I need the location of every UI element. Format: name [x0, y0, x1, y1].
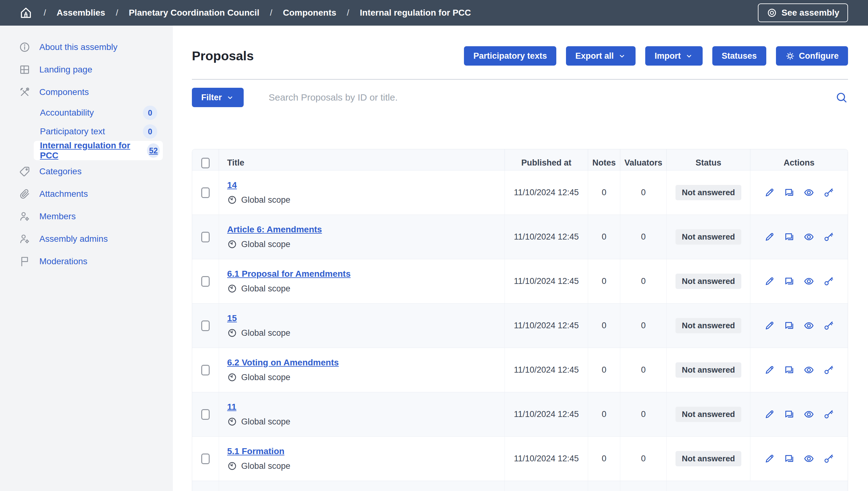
proposal-title-link[interactable]: 14: [227, 180, 237, 190]
count-badge: 0: [143, 124, 157, 139]
sidebar-item[interactable]: Accountability 0: [0, 104, 173, 122]
toolbar-button[interactable]: Import: [645, 46, 703, 66]
breadcrumb: / Assemblies / Planetary Coordination Co…: [33, 8, 471, 18]
valuators-count: 0: [620, 304, 666, 348]
answer-icon[interactable]: [784, 320, 795, 331]
sidebar-item-label: Categories: [39, 167, 82, 176]
sidebar-item[interactable]: About this assembly: [0, 36, 173, 58]
breadcrumb-item[interactable]: Internal regulation for PCC: [360, 8, 471, 18]
row-actions: [750, 304, 848, 348]
answer-icon[interactable]: [784, 231, 795, 242]
preview-eye-icon[interactable]: [803, 409, 814, 420]
sidebar-item[interactable]: Landing page: [0, 58, 173, 81]
sidebar-item-label: Components: [39, 87, 89, 97]
row-checkbox[interactable]: [201, 276, 210, 287]
preview-eye-icon[interactable]: [803, 276, 814, 287]
proposal-title-link[interactable]: 6.2 Voting on Amendments: [227, 358, 339, 368]
notes-count: 0: [588, 259, 620, 303]
permissions-key-icon[interactable]: [823, 187, 834, 198]
toolbar-button[interactable]: Statuses: [712, 46, 766, 66]
breadcrumb-separator: /: [116, 8, 118, 18]
valuators-count: 0: [620, 259, 666, 303]
chevron-down-icon: [226, 93, 234, 102]
permissions-key-icon[interactable]: [823, 276, 834, 287]
row-checkbox[interactable]: [201, 454, 210, 464]
notes-count: 0: [588, 215, 620, 259]
breadcrumb-item[interactable]: Assemblies: [57, 8, 105, 18]
breadcrumb-item[interactable]: Components: [283, 8, 336, 18]
sidebar-item[interactable]: Members: [0, 205, 173, 228]
edit-icon[interactable]: [764, 231, 775, 242]
sidebar-item-label: Accountability: [40, 108, 94, 118]
row-checkbox[interactable]: [201, 232, 210, 242]
proposal-title-link[interactable]: 11: [227, 402, 237, 412]
search-button[interactable]: [835, 91, 848, 104]
edit-icon[interactable]: [764, 365, 775, 375]
edit-icon[interactable]: [764, 409, 775, 420]
row-checkbox[interactable]: [201, 365, 210, 375]
sidebar-item[interactable]: Participatory text 0: [0, 122, 173, 141]
proposal-title-link[interactable]: 15: [227, 313, 237, 323]
sidebar-item[interactable]: Internal regulation for PCC 52: [34, 141, 163, 160]
sidebar-item[interactable]: Categories: [0, 160, 173, 183]
preview-eye-icon[interactable]: [803, 187, 814, 198]
proposal-title-link[interactable]: 5.1 Formation: [227, 446, 284, 456]
home-icon[interactable]: [19, 6, 33, 20]
proposal-title-link[interactable]: 6.1 Proposal for Amendments: [227, 269, 351, 279]
permissions-key-icon[interactable]: [823, 365, 834, 375]
see-assembly-button[interactable]: See assembly: [758, 3, 848, 22]
scope-label: Global scope: [241, 239, 290, 249]
table-row: 6.1 Proposal for Amendments Global scope…: [192, 259, 848, 303]
search-icon: [835, 91, 848, 104]
search-input[interactable]: [269, 92, 835, 103]
row-actions: [750, 259, 848, 303]
edit-icon[interactable]: [764, 320, 775, 331]
published-at: 11/10/2024 12:45: [504, 348, 588, 392]
scope-label: Global scope: [241, 328, 290, 338]
published-at: [504, 481, 588, 491]
preview-eye-icon[interactable]: [803, 320, 814, 331]
select-all-checkbox[interactable]: [201, 158, 210, 168]
permissions-key-icon[interactable]: [823, 320, 834, 331]
preview-eye-icon[interactable]: [803, 453, 814, 464]
row-checkbox[interactable]: [201, 187, 210, 198]
sidebar-item-icon: [19, 86, 31, 98]
title-divider: [192, 79, 848, 80]
preview-eye-icon[interactable]: [803, 365, 814, 375]
answer-icon[interactable]: [784, 365, 795, 375]
permissions-key-icon[interactable]: [823, 409, 834, 420]
edit-icon[interactable]: [764, 276, 775, 287]
sidebar-item[interactable]: Assembly admins: [0, 228, 173, 250]
answer-icon[interactable]: [784, 276, 795, 287]
valuators-count: 0: [620, 171, 666, 214]
sidebar-item[interactable]: Moderations: [0, 250, 173, 273]
answer-icon[interactable]: [784, 409, 795, 420]
toolbar-button-label: Statuses: [722, 51, 757, 61]
main-content: Proposals Participatory texts Export all: [173, 46, 868, 491]
permissions-key-icon[interactable]: [823, 453, 834, 464]
permissions-key-icon[interactable]: [823, 231, 834, 242]
sidebar-item[interactable]: Attachments: [0, 183, 173, 205]
toolbar-button[interactable]: Configure: [776, 46, 848, 66]
row-actions: [750, 437, 848, 481]
toolbar: Participatory texts Export all Import: [464, 46, 848, 66]
sidebar-item[interactable]: Components: [0, 81, 173, 104]
row-checkbox[interactable]: [201, 320, 210, 331]
answer-icon[interactable]: [784, 187, 795, 198]
answer-icon[interactable]: [784, 453, 795, 464]
proposal-title-link[interactable]: Article 6: Amendments: [227, 225, 322, 235]
edit-icon[interactable]: [764, 453, 775, 464]
toolbar-button[interactable]: Participatory texts: [464, 46, 556, 66]
preview-eye-icon[interactable]: [803, 231, 814, 242]
breadcrumb-item[interactable]: Planetary Coordination Council: [129, 8, 259, 18]
row-checkbox[interactable]: [201, 409, 210, 420]
edit-icon[interactable]: [764, 187, 775, 198]
sidebar-item-label: Landing page: [39, 65, 92, 75]
filter-button-label: Filter: [201, 93, 222, 103]
top-bar: / Assemblies / Planetary Coordination Co…: [0, 0, 868, 26]
scope-label: Global scope: [241, 195, 290, 205]
filter-button[interactable]: Filter: [192, 88, 244, 107]
sidebar-item-label: Internal regulation for PCC: [40, 141, 138, 161]
toolbar-button[interactable]: Export all: [566, 46, 636, 66]
globe-icon: [227, 284, 237, 294]
